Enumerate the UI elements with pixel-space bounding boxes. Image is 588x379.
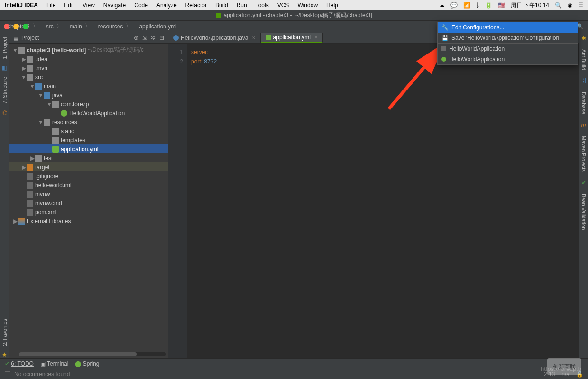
bluetooth-icon[interactable]: ᛒ	[476, 2, 479, 9]
left-tool-stripe: 1: Project ◧ 7: Structure ⌬ 2: Favorites…	[0, 32, 9, 358]
scroll-icon[interactable]: ⊕	[134, 35, 138, 41]
tree-item[interactable]: static	[9, 126, 168, 135]
spring-icon	[441, 57, 446, 62]
tree-item[interactable]: templates	[9, 135, 168, 144]
wrench-icon: 🔧	[441, 24, 449, 31]
project-tree[interactable]: ▼ chapter3 [hello-world] ~/Desktop/稿子/源码…	[9, 44, 168, 358]
menu-edit[interactable]: Edit	[64, 2, 74, 9]
file-icon	[27, 182, 33, 189]
folder-src-icon	[44, 92, 50, 99]
run-config-item[interactable]: HelloWorldApplication	[438, 44, 578, 54]
clock[interactable]: 周日 下午10:14	[511, 1, 549, 9]
code-editor[interactable]: 1 2 server: port: 8762	[168, 44, 579, 358]
wechat-icon[interactable]: 💬	[450, 2, 458, 9]
terminal-tab[interactable]: ▣ Terminal	[40, 361, 68, 367]
tree-item[interactable]: .gitignore	[9, 171, 168, 180]
cloud-icon[interactable]: ☁	[439, 2, 445, 9]
tree-item[interactable]: ▶.mvn	[9, 63, 168, 72]
flag-icon[interactable]: 🇺🇸	[498, 2, 505, 9]
maven-icon: m	[581, 122, 586, 128]
tree-item[interactable]: ▼com.forezp	[9, 99, 168, 108]
menu-navigate[interactable]: Navigate	[103, 2, 126, 9]
file-icon	[27, 191, 33, 198]
breadcrumb[interactable]: resources〉	[93, 22, 135, 31]
run-config-item[interactable]: HelloWorldApplication	[438, 54, 578, 64]
menu-vcs[interactable]: VCS	[277, 2, 289, 9]
macos-menubar: IntelliJ IDEA File Edit View Navigate Co…	[0, 0, 588, 10]
breadcrumb[interactable]: main〉	[65, 22, 93, 31]
folder-icon	[52, 128, 59, 135]
tool-bean-tab[interactable]: Bean Validation	[581, 192, 587, 232]
tool-maven-tab[interactable]: Maven Projects	[581, 134, 587, 174]
menu-run[interactable]: Run	[237, 2, 247, 9]
bean-icon: ✔	[581, 180, 586, 186]
maximize-window-button[interactable]	[23, 24, 28, 29]
tree-item[interactable]: pom.xml	[9, 208, 168, 217]
menu-tools[interactable]: Tools	[256, 2, 269, 9]
breadcrumb[interactable]: src〉	[41, 22, 65, 31]
battery-icon[interactable]: 🔋	[485, 2, 492, 9]
spring-icon	[61, 110, 67, 117]
file-icon	[27, 209, 33, 216]
tree-item[interactable]: hello-world.iml	[9, 180, 168, 190]
tree-item[interactable]: ▼src	[9, 72, 168, 81]
tool-ant-tab[interactable]: Ant Build	[581, 47, 587, 72]
tree-item[interactable]: ▶target	[9, 162, 168, 171]
menu-analyze[interactable]: Analyze	[156, 2, 177, 9]
menu-refactor[interactable]: Refactor	[185, 2, 207, 9]
watermark-logo: 创新互联	[547, 358, 581, 375]
tree-item[interactable]: ▶test	[9, 153, 168, 162]
project-tool-window: ▤ Project ⊕ ⇲ ✲ ⊟ ▼ chapter3 [hello-worl…	[9, 32, 168, 358]
menu-window[interactable]: Window	[297, 2, 318, 9]
edit-configurations-item[interactable]: 🔧 Edit Configurations...	[438, 22, 578, 33]
panel-title[interactable]: Project	[21, 35, 39, 41]
menu-code[interactable]: Code	[134, 2, 148, 9]
collapse-icon[interactable]: ⇲	[142, 35, 147, 41]
wifi-icon[interactable]: 📶	[463, 2, 470, 9]
yml-icon	[52, 146, 59, 153]
java-icon	[173, 35, 179, 41]
project-view-icon: ▤	[13, 35, 18, 41]
tree-item[interactable]: mvnw	[9, 190, 168, 199]
tree-item[interactable]: ▼resources	[9, 117, 168, 126]
menu-build[interactable]: Build	[215, 2, 228, 9]
close-icon[interactable]: ×	[314, 34, 318, 41]
spotlight-icon[interactable]: 🔍	[555, 2, 562, 9]
yml-icon	[266, 35, 271, 40]
tree-item[interactable]: ▼main	[9, 81, 168, 90]
spring-tab[interactable]: ⬤ Spring	[75, 361, 99, 367]
close-icon[interactable]: ×	[252, 35, 256, 41]
minimize-window-button[interactable]	[13, 24, 19, 29]
menu-help[interactable]: Help	[326, 2, 338, 9]
ant-icon: ✱	[581, 35, 586, 42]
tab-yml-file[interactable]: application.yml ×	[261, 33, 323, 43]
save-configuration-item[interactable]: 💾 Save 'HelloWorldApplication' Configura…	[438, 33, 578, 43]
tab-java-file[interactable]: HelloWorldApplication.java ×	[168, 33, 261, 43]
right-tool-stripe: ✱ Ant Build 🗄 Database m Maven Projects …	[579, 32, 588, 358]
siri-icon[interactable]: ◉	[568, 2, 572, 9]
breadcrumb[interactable]: application.yml	[134, 22, 179, 31]
tree-item[interactable]: ▼java	[9, 90, 168, 99]
tree-item[interactable]: HelloWorldApplication	[9, 108, 168, 117]
status-bar: No occurrences found 2:13 n/a 🔓	[0, 369, 588, 379]
tree-item[interactable]: application.yml	[9, 144, 168, 153]
menu-icon[interactable]: ☰	[578, 2, 583, 9]
notifications-icon[interactable]	[5, 371, 10, 377]
close-window-button[interactable]	[4, 24, 9, 29]
hide-icon[interactable]: ⊟	[159, 35, 164, 41]
project-root[interactable]: ▼ chapter3 [hello-world] ~/Desktop/稿子/源码…	[9, 45, 168, 54]
tree-item[interactable]: mvnw.cmd	[9, 199, 168, 208]
star-icon: ★	[2, 352, 7, 358]
tool-project-tab[interactable]: 1: Project	[2, 35, 8, 61]
bottom-tool-stripe: ✔ 6: TODO ▣ Terminal ⬤ Spring	[0, 358, 588, 369]
external-libraries[interactable]: ▶ External Libraries	[9, 217, 168, 226]
todo-tab[interactable]: ✔ 6: TODO	[5, 361, 34, 367]
menu-view[interactable]: View	[83, 2, 95, 9]
gear-icon[interactable]: ✲	[151, 35, 156, 41]
horizontal-scrollbar[interactable]	[19, 352, 166, 356]
tool-favorites-tab[interactable]: 2: Favorites	[2, 317, 8, 348]
tool-structure-tab[interactable]: 7: Structure	[2, 75, 8, 106]
menu-file[interactable]: File	[46, 2, 55, 9]
tree-item[interactable]: ▶.idea	[9, 54, 168, 63]
tool-database-tab[interactable]: Database	[581, 90, 587, 116]
